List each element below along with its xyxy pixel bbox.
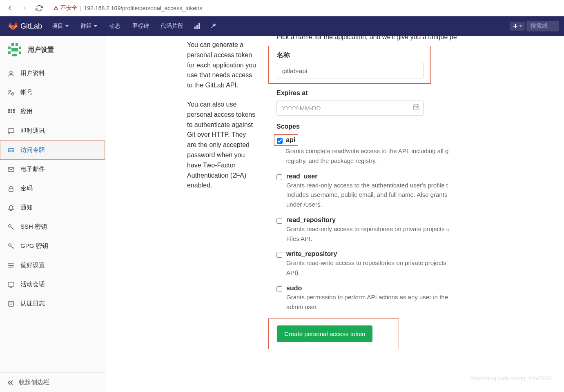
sidebar-item-label: 偏好设置 bbox=[20, 261, 45, 269]
svg-rect-21 bbox=[11, 111, 12, 113]
expires-input[interactable] bbox=[276, 100, 424, 116]
nav-milestones[interactable]: 里程碑 bbox=[127, 16, 154, 36]
form-hint: Pick a name for the application, and we'… bbox=[267, 36, 564, 41]
nav-groups[interactable]: 群组 bbox=[76, 16, 103, 36]
sidebar-item-label: 即时通讯 bbox=[20, 127, 45, 135]
sidebar-item-8[interactable]: SSH 密钥 bbox=[0, 217, 105, 236]
svg-rect-47 bbox=[415, 107, 415, 108]
svg-rect-1 bbox=[196, 25, 198, 29]
sidebar-item-label: 电子邮件 bbox=[20, 165, 45, 173]
identicon-avatar bbox=[7, 42, 23, 58]
svg-point-26 bbox=[11, 150, 11, 151]
svg-rect-22 bbox=[13, 111, 15, 113]
svg-point-13 bbox=[10, 71, 12, 74]
scope-api-desc2: registry, and the package registry. bbox=[285, 156, 564, 165]
sidebar-item-12[interactable]: 认证日志 bbox=[0, 294, 105, 313]
scope-read_user-checkbox[interactable] bbox=[276, 174, 282, 180]
svg-rect-45 bbox=[415, 104, 415, 105]
description-column: You can generate a personal access token… bbox=[105, 36, 267, 392]
desc-p2: You can also use personal access tokens … bbox=[187, 100, 257, 191]
scope-read_user-name: read_user bbox=[286, 173, 564, 180]
svg-rect-20 bbox=[8, 111, 10, 113]
svg-rect-19 bbox=[13, 109, 15, 111]
scope-read_repository: read_repositoryGrants read-only access t… bbox=[267, 216, 564, 251]
scope-api-highlight: api bbox=[274, 134, 298, 146]
sidebar-item-11[interactable]: 活动会话 bbox=[0, 275, 105, 294]
create-token-button[interactable]: Create personal access token bbox=[277, 325, 372, 342]
sidebar-item-label: 活动会话 bbox=[20, 281, 45, 288]
svg-rect-10 bbox=[8, 51, 11, 54]
sidebar-title: 用户设置 bbox=[28, 46, 54, 54]
reload-button[interactable] bbox=[33, 2, 45, 14]
scope-sudo-name: sudo bbox=[286, 285, 564, 292]
new-dropdown[interactable] bbox=[510, 22, 525, 31]
sidebar-item-4[interactable]: 访问令牌 bbox=[0, 140, 105, 160]
sidebar-item-label: SSH 密钥 bbox=[20, 223, 47, 231]
chart-icon[interactable] bbox=[190, 19, 205, 33]
submit-highlight: Create personal access token bbox=[268, 318, 399, 349]
sidebar-item-3[interactable]: 即时通讯 bbox=[0, 121, 105, 140]
sidebar-item-label: 通知 bbox=[20, 204, 33, 212]
svg-point-16 bbox=[12, 94, 13, 94]
wrench-icon[interactable] bbox=[206, 19, 221, 33]
nav-activity[interactable]: 动态 bbox=[104, 16, 125, 36]
nav-snippets[interactable]: 代码片段 bbox=[156, 16, 188, 36]
expires-label: Expires at bbox=[276, 89, 564, 97]
sidebar-item-5[interactable]: 电子邮件 bbox=[0, 160, 105, 179]
scope-write_repository: write_repositoryGrants read-write access… bbox=[267, 250, 564, 285]
sliders-icon bbox=[7, 262, 15, 269]
svg-rect-11 bbox=[19, 51, 21, 54]
svg-point-35 bbox=[9, 263, 11, 264]
svg-rect-9 bbox=[11, 48, 18, 51]
svg-rect-18 bbox=[11, 109, 12, 111]
sidebar-item-label: 密码 bbox=[20, 185, 33, 192]
scope-api-checkbox[interactable] bbox=[277, 138, 283, 144]
sidebar: 用户设置 用户资料帐号应用即时通讯访问令牌电子邮件密码通知SSH 密钥GPG 密… bbox=[0, 36, 105, 392]
insecure-badge: 不安全 bbox=[53, 4, 78, 12]
sidebar-item-6[interactable]: 密码 bbox=[0, 179, 105, 198]
chevron-double-left-icon bbox=[7, 380, 14, 385]
sidebar-item-1[interactable]: 帐号 bbox=[0, 83, 105, 102]
top-navbar: GitLab 项目 群组 动态 里程碑 代码片段 搜索或 bbox=[0, 16, 564, 36]
scope-write_repository-name: write_repository bbox=[286, 250, 564, 258]
svg-point-37 bbox=[10, 266, 11, 267]
scope-sudo-checkbox[interactable] bbox=[276, 286, 282, 292]
desc-p1: You can generate a personal access token… bbox=[187, 40, 257, 91]
scope-read_repository-checkbox[interactable] bbox=[276, 218, 282, 224]
gitlab-logo[interactable]: GitLab bbox=[5, 22, 45, 31]
sidebar-item-label: 访问令牌 bbox=[20, 146, 45, 154]
search-input[interactable]: 搜索或 bbox=[526, 21, 559, 31]
token-icon bbox=[7, 147, 15, 154]
sidebar-item-0[interactable]: 用户资料 bbox=[0, 64, 105, 83]
collapse-sidebar[interactable]: 收起侧边栏 bbox=[0, 372, 105, 392]
list-icon bbox=[7, 300, 15, 307]
sidebar-item-9[interactable]: GPG 密钥 bbox=[0, 236, 105, 256]
watermark: https://blog.csdn.net/qq_44697035 bbox=[470, 375, 552, 381]
svg-rect-38 bbox=[8, 282, 14, 286]
sidebar-item-10[interactable]: 偏好设置 bbox=[0, 256, 105, 275]
name-input[interactable] bbox=[277, 63, 424, 78]
tanuki-icon bbox=[8, 22, 18, 31]
scope-api-name: api bbox=[286, 136, 295, 144]
svg-rect-4 bbox=[513, 26, 517, 27]
mail-icon bbox=[7, 166, 15, 173]
scopes-label: Scopes bbox=[267, 123, 564, 130]
calendar-icon[interactable] bbox=[413, 104, 419, 112]
scope-api-desc: Grants complete read/write access to the… bbox=[285, 147, 564, 156]
collapse-label: 收起侧边栏 bbox=[19, 379, 49, 386]
sidebar-item-7[interactable]: 通知 bbox=[0, 198, 105, 217]
svg-point-36 bbox=[12, 265, 13, 266]
forward-button[interactable] bbox=[19, 2, 30, 14]
svg-point-27 bbox=[12, 150, 13, 151]
nav-projects[interactable]: 项目 bbox=[47, 16, 74, 36]
address-bar[interactable]: 不安全 | 192.168.2.109/profile/personal_acc… bbox=[48, 2, 560, 14]
sidebar-item-label: 帐号 bbox=[20, 89, 33, 96]
sidebar-item-2[interactable]: 应用 bbox=[0, 102, 105, 121]
url-text: 192.168.2.109/profile/personal_access_to… bbox=[84, 5, 203, 11]
back-button[interactable] bbox=[4, 2, 16, 14]
svg-rect-23 bbox=[8, 129, 14, 133]
scope-write_repository-checkbox[interactable] bbox=[276, 252, 282, 258]
sidebar-item-label: 用户资料 bbox=[20, 69, 45, 77]
svg-rect-49 bbox=[417, 107, 418, 108]
separator: | bbox=[80, 5, 82, 11]
